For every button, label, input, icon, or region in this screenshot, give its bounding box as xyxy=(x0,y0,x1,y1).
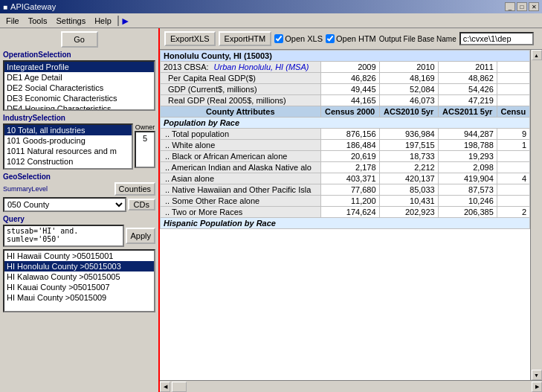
industry-item-0[interactable]: 10 Total, all industries xyxy=(4,125,132,135)
cbsa-value: Urban Honolulu, HI (MSA) xyxy=(214,62,309,71)
cbsa-year-0: 2009 xyxy=(320,62,379,73)
race-acs2011-3: 2,098 xyxy=(438,162,497,173)
open-xls-row: Open XLS xyxy=(274,34,323,43)
export-htm-button[interactable]: ExportHTM xyxy=(219,31,272,46)
title-bar: ■ APIGateway _ □ ✕ xyxy=(0,0,542,13)
industry-listbox[interactable]: 10 Total, all industries 101 Goods-produ… xyxy=(3,123,133,170)
file-base-input[interactable] xyxy=(459,32,534,45)
summary-level-select[interactable]: 050 County xyxy=(3,197,126,212)
industry-section-label: IndustrySelection xyxy=(3,114,155,122)
hispanic-section: Hispanic Population by Race xyxy=(161,218,530,229)
race-acs2010-7: 202,923 xyxy=(379,207,438,218)
owner-input[interactable]: 5 xyxy=(135,131,155,168)
race-c2000-2: 20,619 xyxy=(320,151,379,162)
real-gdp-2: 47,219 xyxy=(438,95,497,106)
query-row: stusab='HI' and. sumlev='050' Apply xyxy=(3,225,155,247)
race-c2000-4: 403,371 xyxy=(320,173,379,184)
race-acs2010-6: 10,431 xyxy=(379,196,438,207)
race-label-5: .. Native Hawaiian and Other Pacific Isl… xyxy=(161,184,321,196)
race-row-5: .. Native Hawaiian and Other Pacific Isl… xyxy=(161,184,530,196)
apply-button[interactable]: Apply xyxy=(126,228,155,244)
geo-section-label: GeoSelection xyxy=(3,173,155,181)
race-row-7: .. Two or More Races 174,624 202,923 206… xyxy=(161,207,530,218)
scroll-left-button[interactable]: ◀ xyxy=(160,382,170,392)
maximize-button[interactable]: □ xyxy=(517,2,527,11)
race-acs2011-4: 419,904 xyxy=(438,173,497,184)
per-capita-2: 48,862 xyxy=(438,73,497,84)
race-acs2010-4: 420,137 xyxy=(379,173,438,184)
race-acs2010-5: 85,033 xyxy=(379,184,438,196)
export-xls-button[interactable]: ExportXLS xyxy=(164,31,216,46)
industry-item-2[interactable]: 1011 Natural resources and m xyxy=(4,146,132,156)
race-label-2: .. Black or African American alone xyxy=(161,151,321,162)
race-extra-6 xyxy=(497,196,529,207)
vscroll-track[interactable] xyxy=(532,60,542,370)
results-listbox[interactable]: HI Hawaii County >05015001 HI Honolulu C… xyxy=(3,249,155,312)
county-header: Honolulu County, HI (15003) xyxy=(161,51,530,62)
race-label-6: .. Some Other Race alone xyxy=(161,196,321,207)
go-button[interactable]: Go xyxy=(61,31,98,48)
operation-item-0[interactable]: Integrated Profile xyxy=(4,62,154,72)
race-extra-5 xyxy=(497,184,529,196)
result-item-2[interactable]: HI Kalawao County >05015005 xyxy=(4,271,154,282)
industry-item-4[interactable]: 1013 Manufacturing xyxy=(4,167,132,170)
menu-bar: File Tools Settings Help ► xyxy=(0,13,542,28)
result-item-3[interactable]: HI Kauai County >05015007 xyxy=(4,282,154,292)
industry-item-1[interactable]: 101 Goods-producing xyxy=(4,135,132,146)
menu-settings[interactable]: Settings xyxy=(51,16,90,26)
menu-file[interactable]: File xyxy=(1,16,24,26)
result-item-4[interactable]: HI Maui County >05015009 xyxy=(4,292,154,303)
hispanic-section-row: Hispanic Population by Race xyxy=(161,218,530,229)
close-button[interactable]: ✕ xyxy=(529,2,539,11)
operation-item-2[interactable]: DE2 Social Characteristics xyxy=(4,83,154,93)
gdp-1: 52,084 xyxy=(379,84,438,95)
minimize-button[interactable]: _ xyxy=(505,2,515,11)
operation-item-1[interactable]: DE1 Age Detail xyxy=(4,72,154,83)
scroll-up-button[interactable]: ▲ xyxy=(532,50,542,60)
data-row-area: Honolulu County, HI (15003) 2013 CBSA: U… xyxy=(160,50,542,380)
query-input[interactable]: stusab='HI' and. sumlev='050' xyxy=(3,225,124,247)
per-capita-1: 48,169 xyxy=(379,73,438,84)
open-xls-label: Open XLS xyxy=(285,34,323,43)
per-capita-extra xyxy=(497,73,529,84)
operation-listbox[interactable]: Integrated Profile DE1 Age Detail DE2 So… xyxy=(3,60,155,111)
scroll-right-button[interactable]: ▶ xyxy=(532,382,542,392)
industry-item-3[interactable]: 1012 Construction xyxy=(4,156,132,167)
real-gdp-1: 46,073 xyxy=(379,95,438,106)
cds-button[interactable]: CDs xyxy=(128,199,155,211)
cbsa-year-1: 2010 xyxy=(379,62,438,73)
app-title: APIGateway xyxy=(10,2,56,11)
gdp-label: GDP (Current$, millions) xyxy=(161,84,321,95)
menu-tools[interactable]: Tools xyxy=(24,16,52,26)
race-acs2010-0: 936,984 xyxy=(379,129,438,140)
open-xls-checkbox[interactable] xyxy=(274,34,283,43)
summary-level-label: SummaryLevel xyxy=(3,185,48,193)
data-area[interactable]: Honolulu County, HI (15003) 2013 CBSA: U… xyxy=(160,50,530,380)
result-item-0[interactable]: HI Hawaii County >05015001 xyxy=(4,251,154,261)
race-acs2010-3: 2,212 xyxy=(379,162,438,173)
race-acs2011-0: 944,287 xyxy=(438,129,497,140)
hscroll-thumb[interactable] xyxy=(172,382,187,392)
hscroll-bar[interactable]: ◀ ▶ xyxy=(160,380,542,392)
menu-help[interactable]: Help xyxy=(90,16,116,26)
geo-row-1: SummaryLevel Counties xyxy=(3,182,155,196)
vscroll[interactable]: ▲ ▼ xyxy=(530,50,542,380)
race-extra-2 xyxy=(497,151,529,162)
race-acs2011-2: 19,293 xyxy=(438,151,497,162)
operation-item-4[interactable]: DE4 Housing Characteristics xyxy=(4,103,154,111)
scroll-down-button[interactable]: ▼ xyxy=(532,370,542,380)
left-panel: Go OperationSelection Integrated Profile… xyxy=(0,28,160,392)
population-section-row: Population by Race xyxy=(161,118,530,129)
query-section-label: Query xyxy=(3,215,155,223)
race-acs2011-6: 10,246 xyxy=(438,196,497,207)
arrow-icon[interactable]: ► xyxy=(120,15,131,27)
open-htm-checkbox[interactable] xyxy=(326,34,335,43)
race-acs2010-2: 18,733 xyxy=(379,151,438,162)
result-item-1[interactable]: HI Honolulu County >05015003 xyxy=(4,261,154,271)
county-header-row: Honolulu County, HI (15003) xyxy=(161,51,530,62)
race-row-4: .. Asian alone 403,371 420,137 419,904 4 xyxy=(161,173,530,184)
data-table: Honolulu County, HI (15003) 2013 CBSA: U… xyxy=(160,50,530,229)
operation-item-3[interactable]: DE3 Economic Characteristics xyxy=(4,93,154,103)
counties-button[interactable]: Counties xyxy=(114,182,155,196)
operation-section-label: OperationSelection xyxy=(3,51,155,59)
